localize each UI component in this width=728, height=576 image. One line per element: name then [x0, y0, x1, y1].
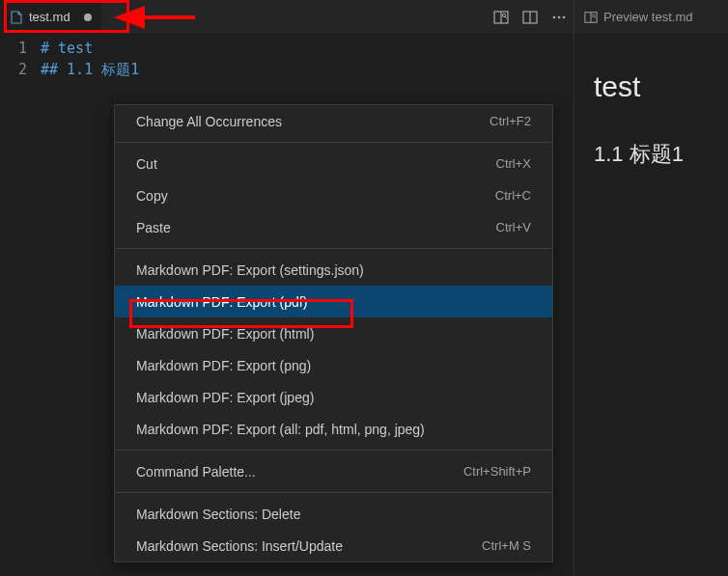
menu-item-label: Markdown PDF: Export (png)	[136, 358, 311, 373]
more-actions-icon[interactable]	[550, 9, 568, 26]
svg-point-8	[563, 15, 566, 18]
context-menu-item[interactable]: Markdown PDF: Export (html)	[115, 317, 552, 349]
preview-icon	[584, 11, 598, 24]
context-menu-item[interactable]: Markdown PDF: Export (pdf)	[115, 286, 552, 317]
menu-separator	[115, 492, 552, 493]
context-menu-item[interactable]: Command Palette...Ctrl+Shift+P	[115, 455, 552, 487]
svg-point-7	[558, 15, 561, 18]
preview-heading-1: test	[594, 70, 709, 103]
context-menu-item[interactable]: CopyCtrl+C	[115, 179, 552, 211]
split-editor-icon[interactable]	[521, 9, 539, 26]
preview-heading-2: 1.1 标题1	[594, 140, 709, 169]
menu-item-shortcut: Ctrl+M S	[482, 538, 531, 553]
annotation-arrow-icon	[127, 6, 205, 35]
context-menu-item[interactable]: Change All OccurrencesCtrl+F2	[115, 105, 552, 137]
tab-bar: test.md	[0, 0, 574, 34]
preview-tab-label: Preview test.md	[603, 10, 692, 24]
context-menu: Change All OccurrencesCtrl+F2CutCtrl+XCo…	[114, 104, 553, 562]
menu-item-label: Cut	[136, 156, 157, 172]
menu-item-label: Markdown PDF: Export (all: pdf, html, pn…	[136, 422, 425, 437]
menu-separator	[115, 248, 552, 249]
context-menu-item[interactable]: Markdown Sections: Insert/UpdateCtrl+M S	[115, 530, 552, 562]
open-preview-side-icon[interactable]	[492, 9, 510, 26]
menu-item-label: Markdown PDF: Export (pdf)	[136, 294, 307, 310]
preview-content: test 1.1 标题1	[574, 34, 728, 188]
preview-tab-bar: Preview test.md	[574, 0, 728, 34]
context-menu-item[interactable]: Markdown PDF: Export (png)	[115, 349, 552, 381]
context-menu-item[interactable]: Markdown PDF: Export (all: pdf, html, pn…	[115, 413, 552, 445]
code-line: ## 1.1 标题1	[41, 59, 574, 80]
menu-item-label: Markdown PDF: Export (html)	[136, 326, 314, 342]
menu-item-label: Copy	[136, 188, 168, 204]
menu-item-label: Change All Occurrences	[136, 114, 282, 129]
preview-pane: Preview test.md test 1.1 标题1	[574, 0, 728, 576]
tab-actions	[492, 0, 568, 34]
menu-item-shortcut: Ctrl+V	[496, 220, 531, 234]
code-area[interactable]: # test ## 1.1 标题1	[41, 38, 574, 80]
editor-tab[interactable]: test.md	[0, 0, 101, 34]
line-number: 2	[0, 59, 27, 80]
svg-line-3	[505, 16, 507, 18]
code-line: # test	[41, 38, 574, 59]
svg-line-12	[595, 16, 597, 18]
editor-body[interactable]: 1 2 # test ## 1.1 标题1	[0, 34, 574, 80]
line-gutter: 1 2	[0, 38, 41, 80]
context-menu-item[interactable]: Markdown Sections: Delete	[115, 498, 552, 530]
menu-item-label: Markdown Sections: Insert/Update	[136, 538, 343, 554]
menu-separator	[115, 142, 552, 143]
context-menu-item[interactable]: CutCtrl+X	[115, 148, 552, 179]
context-menu-item[interactable]: Markdown PDF: Export (settings.json)	[115, 254, 552, 286]
context-menu-item[interactable]: PasteCtrl+V	[115, 211, 552, 243]
dirty-indicator-icon	[84, 14, 92, 21]
menu-item-shortcut: Ctrl+Shift+P	[463, 464, 531, 479]
tab-filename: test.md	[29, 10, 70, 24]
markdown-file-icon	[10, 11, 23, 24]
menu-separator	[115, 450, 552, 451]
svg-point-6	[553, 15, 556, 18]
context-menu-item[interactable]: Markdown PDF: Export (jpeg)	[115, 381, 552, 413]
menu-item-label: Markdown PDF: Export (jpeg)	[136, 390, 314, 405]
menu-item-label: Command Palette...	[136, 464, 256, 480]
line-number: 1	[0, 38, 27, 59]
menu-item-shortcut: Ctrl+F2	[490, 114, 531, 128]
menu-item-shortcut: Ctrl+X	[496, 156, 531, 171]
menu-item-shortcut: Ctrl+C	[495, 188, 531, 203]
menu-item-label: Paste	[136, 220, 171, 235]
menu-item-label: Markdown Sections: Delete	[136, 507, 300, 522]
menu-item-label: Markdown PDF: Export (settings.json)	[136, 262, 364, 278]
